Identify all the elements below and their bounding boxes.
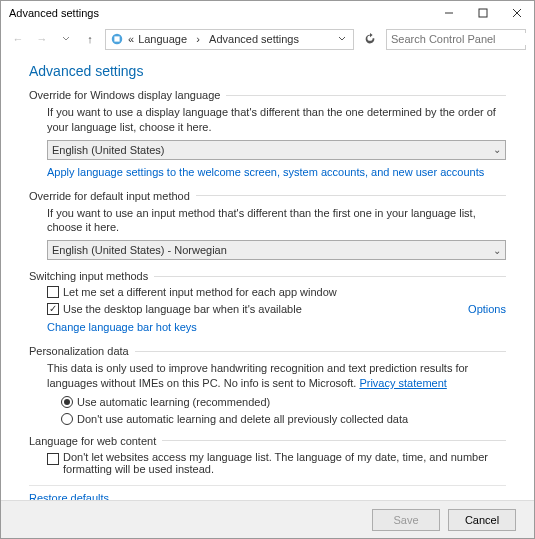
minimize-button[interactable] [432, 1, 466, 25]
up-button[interactable]: ↑ [81, 30, 99, 48]
window-title: Advanced settings [9, 7, 99, 19]
chevron-down-icon: ⌄ [493, 245, 501, 256]
checkbox-label: Don't let websites access my language li… [63, 451, 506, 475]
forward-button[interactable]: → [33, 30, 51, 48]
display-language-select[interactable]: English (United States) ⌄ [47, 140, 506, 160]
radio-label: Use automatic learning (recommended) [77, 396, 270, 408]
section-desc: If you want to use a display language th… [47, 105, 506, 135]
learning-off-radio[interactable] [61, 413, 73, 425]
checkbox-label: Use the desktop language bar when it's a… [63, 303, 302, 315]
checkbox-label: Let me set a different input method for … [63, 286, 337, 298]
refresh-button[interactable] [360, 32, 380, 46]
langbar-options-link[interactable]: Options [468, 303, 506, 315]
apply-language-link[interactable]: Apply language settings to the welcome s… [47, 166, 484, 178]
breadcrumb-item[interactable]: Advanced settings [209, 33, 299, 45]
close-button[interactable] [500, 1, 534, 25]
breadcrumb[interactable]: « Language › Advanced settings [105, 29, 354, 50]
divider [29, 485, 506, 486]
per-app-input-checkbox[interactable] [47, 286, 59, 298]
back-button[interactable]: ← [9, 30, 27, 48]
chevron-down-icon[interactable] [335, 35, 349, 43]
section-title: Switching input methods [29, 270, 148, 282]
control-panel-icon [110, 32, 124, 46]
section-personalization: Personalization data This data is only u… [29, 345, 506, 425]
svg-rect-5 [114, 36, 119, 41]
chevron-down-icon: ⌄ [493, 144, 501, 155]
breadcrumb-prev-icon: « [128, 33, 134, 45]
maximize-button[interactable] [466, 1, 500, 25]
section-override-input: Override for default input method If you… [29, 190, 506, 261]
search-input[interactable] [391, 33, 529, 45]
desktop-langbar-checkbox[interactable] [47, 303, 59, 315]
privacy-link[interactable]: Privacy statement [359, 377, 446, 389]
save-button[interactable]: Save [372, 509, 440, 531]
chevron-right-icon: › [191, 33, 205, 45]
svg-rect-1 [479, 9, 487, 17]
cancel-button[interactable]: Cancel [448, 509, 516, 531]
footer: Save Cancel [1, 500, 534, 538]
recent-locations-button[interactable] [57, 30, 75, 48]
section-title: Personalization data [29, 345, 129, 357]
restore-defaults-link[interactable]: Restore defaults [29, 492, 109, 500]
section-desc: If you want to use an input method that'… [47, 206, 506, 236]
section-webcontent: Language for web content Don't let websi… [29, 435, 506, 475]
radio-label: Don't use automatic learning and delete … [77, 413, 408, 425]
section-switching: Switching input methods Let me set a dif… [29, 270, 506, 335]
page-title: Advanced settings [29, 63, 506, 79]
breadcrumb-item[interactable]: Language [138, 33, 187, 45]
content-area: Advanced settings Override for Windows d… [1, 53, 534, 500]
section-override-display: Override for Windows display language If… [29, 89, 506, 180]
select-value: English (United States) - Norwegian [52, 244, 227, 256]
web-language-checkbox[interactable] [47, 453, 59, 465]
section-title: Language for web content [29, 435, 156, 447]
input-method-select[interactable]: English (United States) - Norwegian ⌄ [47, 240, 506, 260]
section-title: Override for default input method [29, 190, 190, 202]
section-title: Override for Windows display language [29, 89, 220, 101]
titlebar: Advanced settings [1, 1, 534, 25]
learning-on-radio[interactable] [61, 396, 73, 408]
hotkeys-link[interactable]: Change language bar hot keys [47, 321, 197, 333]
search-box[interactable] [386, 29, 526, 50]
select-value: English (United States) [52, 144, 165, 156]
navbar: ← → ↑ « Language › Advanced settings [1, 25, 534, 53]
